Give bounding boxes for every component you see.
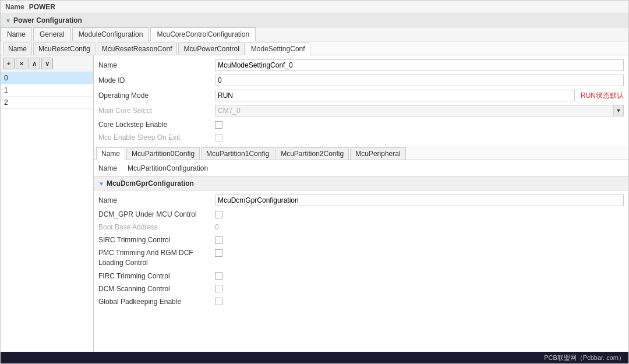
dcm-section-header[interactable]: ▼ McuDcmGprConfiguration [94, 176, 628, 190]
main-core-dropdown-icon[interactable]: ▼ [613, 105, 624, 116]
dcm-firc-label: FIRC Trimming Control [98, 272, 215, 280]
sub-name-row: Name McuPartitionConfiguration [98, 162, 624, 174]
tab-module-config[interactable]: ModuleConfiguration [72, 27, 150, 41]
list-item[interactable]: 0 [1, 72, 93, 84]
dcm-field-gpr: DCM_GPR Under MCU Control [98, 208, 624, 221]
dcm-chevron-icon: ▼ [98, 181, 104, 187]
dcm-pmc-label: PMC Trimming And RGM DCF Loading Control [98, 248, 215, 268]
dcm-padkeeping-label: Global Padkeeping Enable [98, 298, 215, 306]
field-main-core-label: Main Core Select [98, 107, 215, 115]
name-label: Name [5, 3, 24, 11]
footer-text: PCB联盟网（Pcbbar. com） [544, 354, 625, 362]
tab-name[interactable]: Name [1, 27, 32, 41]
dcm-pmc-checkbox[interactable] [215, 249, 222, 257]
items-list: 0 1 2 [1, 72, 93, 352]
tabs-level1: Name General ModuleConfiguration McuCore… [1, 27, 628, 41]
dcm-field-boot: Boot Base Address 0 [98, 221, 624, 234]
sub-tab-partition1[interactable]: McuPartition1Config [201, 147, 274, 160]
dcm-field-name: Name [98, 193, 624, 208]
dcm-gpr-label: DCM_GPR Under MCU Control [98, 210, 215, 218]
field-main-core-select: Main Core Select ▼ [98, 103, 624, 118]
dcm-scanning-checkbox[interactable] [215, 285, 222, 292]
field-mcu-sleep: Mcu Enable Sleep On Exit [98, 131, 624, 144]
list-item[interactable]: 2 [1, 97, 93, 109]
field-operating-mode: Operating Mode RUN状态默认 [98, 88, 624, 103]
field-core-lockstep: Core Lockstep Enable [98, 118, 624, 131]
right-panel: Name Mode ID Operating Mode RUN状态默认 Main… [94, 55, 628, 352]
field-name-input[interactable] [215, 59, 624, 71]
field-operating-mode-label: Operating Mode [98, 91, 215, 100]
name-value: POWER [29, 3, 55, 11]
mcu-sleep-checkbox[interactable] [215, 134, 222, 142]
sub-section: Name McuPartitionConfiguration [94, 160, 628, 176]
dcm-padkeeping-checkbox[interactable] [215, 298, 222, 305]
remove-button[interactable]: × [16, 58, 27, 69]
sub-name-value: McuPartitionConfiguration [128, 164, 624, 172]
field-mode-id-label: Mode ID [98, 76, 215, 84]
footer-bar: PCB联盟网（Pcbbar. com） [1, 352, 628, 363]
field-mode-id-input[interactable] [215, 75, 624, 86]
form-section: Name Mode ID Operating Mode RUN状态默认 Main… [94, 55, 628, 146]
left-panel: + × ∧ ∨ 0 1 2 [1, 55, 94, 352]
sub-tab-peripheral[interactable]: McuPeripheral [350, 147, 405, 160]
dcm-field-firc: FIRC Trimming Control [98, 270, 624, 282]
dcm-field-padkeeping: Global Padkeeping Enable [98, 295, 624, 308]
tab2-mcu-reset[interactable]: McuResetConfig [33, 43, 96, 55]
sub-name-label: Name [98, 164, 128, 172]
dcm-sirc-label: SIRC Trimming Control [98, 236, 215, 244]
core-lockstep-checkbox[interactable] [215, 121, 222, 129]
content-area: + × ∧ ∨ 0 1 2 Name Mod [1, 55, 628, 352]
sub-tabs-row: Name McuPartition0Config McuPartition1Co… [94, 146, 628, 160]
sub-tab-partition0[interactable]: McuPartition0Config [126, 147, 200, 160]
field-operating-mode-input[interactable] [215, 90, 575, 101]
dcm-field-sirc: SIRC Trimming Control [98, 234, 624, 246]
dcm-field-scanning: DCM Scanning Control [98, 282, 624, 295]
field-name: Name [98, 58, 624, 73]
dcm-gpr-checkbox[interactable] [215, 211, 222, 218]
dcm-field-name-label: Name [98, 196, 215, 204]
tab2-mcu-power[interactable]: McuPowerControl [178, 43, 244, 55]
list-item[interactable]: 1 [1, 84, 93, 97]
main-container: Name POWER ▼ Power Configuration Name Ge… [0, 0, 629, 364]
sub-tab-partition2[interactable]: McuPartition2Config [275, 147, 349, 160]
section-header[interactable]: ▼ Power Configuration [1, 14, 628, 27]
dcm-scanning-label: DCM Scanning Control [98, 285, 215, 293]
dcm-form-section: Name DCM_GPR Under MCU Control Boot Base… [94, 190, 628, 310]
tab-general[interactable]: General [33, 27, 71, 41]
tab2-mcu-reset-reason[interactable]: McuResetReasonConf [97, 43, 178, 55]
dcm-section-title: McuDcmGprConfiguration [107, 179, 194, 188]
dcm-sirc-checkbox[interactable] [215, 236, 222, 244]
main-core-select-wrapper: ▼ [215, 105, 624, 116]
dcm-field-pmc: PMC Trimming And RGM DCF Loading Control [98, 246, 624, 270]
field-mcu-sleep-label: Mcu Enable Sleep On Exit [98, 133, 215, 142]
section-chevron-icon: ▼ [5, 17, 11, 24]
dcm-firc-checkbox[interactable] [215, 272, 222, 280]
operating-mode-annotation: RUN状态默认 [581, 91, 624, 101]
list-toolbar: + × ∧ ∨ [1, 55, 93, 72]
tab2-name[interactable]: Name [3, 43, 32, 55]
tab-mcu-core-control[interactable]: McuCoreControlConfiguration [150, 27, 256, 41]
dcm-boot-value: 0 [215, 223, 624, 231]
move-down-button[interactable]: ∨ [41, 58, 53, 69]
field-name-label: Name [98, 61, 215, 69]
field-core-lockstep-label: Core Lockstep Enable [98, 121, 215, 129]
field-mode-id: Mode ID [98, 73, 624, 88]
tabs-level2: Name McuResetConfig McuResetReasonConf M… [1, 41, 628, 55]
sub-tab-name[interactable]: Name [96, 147, 125, 160]
dcm-name-input[interactable] [215, 195, 624, 206]
move-up-button[interactable]: ∧ [29, 58, 40, 69]
section-title: Power Configuration [13, 16, 82, 24]
dcm-boot-label: Boot Base Address [98, 223, 215, 231]
add-button[interactable]: + [3, 58, 15, 69]
name-bar: Name POWER [1, 1, 628, 14]
field-main-core-input [215, 105, 624, 116]
tab2-mode-setting[interactable]: ModeSettingConf [246, 43, 310, 55]
